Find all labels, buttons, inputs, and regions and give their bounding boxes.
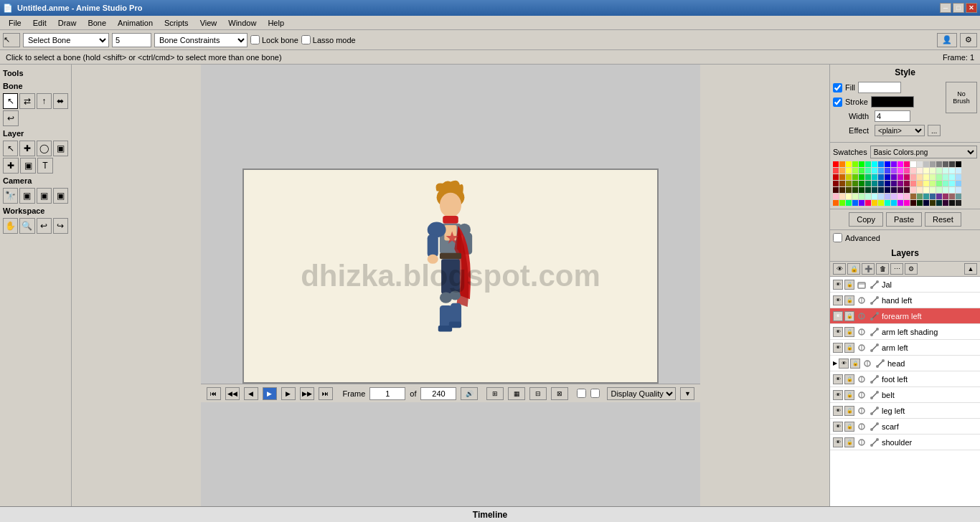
select-bone-dropdown[interactable]: Select Bone [23, 33, 109, 47]
color-cell[interactable] [839, 200, 845, 206]
user-icon-button[interactable]: 👤 [937, 33, 957, 47]
color-cell[interactable] [833, 187, 839, 193]
layer-item[interactable]: 👁🔒hand left [830, 293, 980, 308]
color-cell[interactable] [943, 174, 948, 180]
minimize-button[interactable]: ─ [940, 3, 951, 13]
color-cell[interactable] [872, 174, 877, 180]
color-cell[interactable] [859, 161, 864, 167]
layer-item[interactable]: 👁🔒forearm left [830, 308, 980, 324]
color-cell[interactable] [839, 194, 845, 199]
layer-transform-tool[interactable]: ◯ [37, 141, 52, 156]
color-cell[interactable] [865, 161, 871, 167]
layer-add-tool[interactable]: ✚ [19, 141, 34, 156]
color-cell[interactable] [949, 194, 955, 199]
color-cell[interactable] [878, 161, 884, 167]
layers-tool-2[interactable]: 🔒 [847, 263, 860, 275]
color-cell[interactable] [956, 174, 961, 180]
display-quality-select[interactable]: Display Quality [607, 387, 676, 400]
color-cell[interactable] [839, 161, 845, 167]
workspace-zoom-tool[interactable]: 🔍 [19, 218, 34, 234]
prev-keyframe-button[interactable]: ◀◀ [225, 387, 240, 400]
color-cell[interactable] [885, 174, 890, 180]
color-cell[interactable] [833, 174, 839, 180]
color-cell[interactable] [865, 200, 871, 206]
bone-transform-tool[interactable]: ⇄ [19, 93, 34, 109]
layer-lock-button[interactable]: 🔒 [844, 422, 854, 432]
color-cell[interactable] [865, 168, 871, 174]
layer-rotate-tool[interactable]: ▣ [20, 158, 36, 174]
color-cell[interactable] [859, 168, 864, 174]
color-cell[interactable] [949, 168, 955, 174]
color-cell[interactable] [846, 194, 852, 199]
color-cell[interactable] [930, 194, 936, 199]
color-cell[interactable] [859, 187, 864, 193]
color-cell[interactable] [839, 168, 845, 174]
color-cell[interactable] [917, 200, 923, 206]
menu-view[interactable]: View [194, 17, 223, 29]
layer-eye-button[interactable]: 👁 [839, 359, 849, 369]
color-cell[interactable] [859, 200, 864, 206]
color-cell[interactable] [943, 194, 948, 199]
layers-tool-3[interactable]: ➕ [862, 263, 875, 275]
camera-tool3[interactable]: ▣ [37, 188, 52, 204]
color-cell[interactable] [956, 168, 961, 174]
layer-lock-button[interactable]: 🔒 [844, 280, 854, 290]
color-cell[interactable] [904, 181, 910, 186]
view-mode-4[interactable]: ⊠ [551, 387, 568, 400]
color-cell[interactable] [956, 161, 961, 167]
color-cell[interactable] [897, 187, 903, 193]
layer-text-tool[interactable]: T [37, 158, 53, 174]
advanced-checkbox[interactable] [833, 233, 842, 242]
menu-draw[interactable]: Draw [52, 17, 83, 29]
color-cell[interactable] [910, 161, 916, 167]
layer-lock-button[interactable]: 🔒 [844, 311, 854, 321]
color-cell[interactable] [936, 168, 942, 174]
color-cell[interactable] [936, 181, 942, 186]
camera-tool4[interactable]: ▣ [53, 188, 68, 204]
color-cell[interactable] [949, 181, 955, 186]
layer-eye-button[interactable]: 👁 [833, 280, 843, 290]
color-cell[interactable] [865, 174, 871, 180]
color-cell[interactable] [956, 200, 961, 206]
color-cell[interactable] [923, 161, 929, 167]
next-frame-button[interactable]: ▶ [281, 387, 296, 400]
color-cell[interactable] [852, 187, 858, 193]
layers-tool-delete[interactable]: 🗑 [876, 263, 889, 275]
color-cell[interactable] [910, 187, 916, 193]
cursor-tool-button[interactable]: ↖ [3, 33, 20, 47]
layer-lock-button[interactable]: 🔒 [844, 327, 854, 337]
color-cell[interactable] [897, 168, 903, 174]
color-cell[interactable] [930, 161, 936, 167]
color-cell[interactable] [885, 168, 890, 174]
current-frame-input[interactable] [369, 387, 405, 400]
layer-eye-button[interactable]: 👁 [833, 295, 843, 305]
color-cell[interactable] [943, 181, 948, 186]
color-cell[interactable] [839, 181, 845, 186]
color-cell[interactable] [923, 194, 929, 199]
layer-fill-tool[interactable]: ▣ [53, 141, 68, 156]
view-mode-2[interactable]: ▦ [508, 387, 525, 400]
color-cell[interactable] [930, 174, 936, 180]
layer-lock-button[interactable]: 🔒 [844, 343, 854, 353]
layer-item[interactable]: 👁🔒arm left shading [830, 324, 980, 340]
color-cell[interactable] [872, 168, 877, 174]
color-cell[interactable] [885, 194, 890, 199]
color-cell[interactable] [923, 174, 929, 180]
layer-item[interactable]: 👁🔒Jal [830, 277, 980, 293]
color-cell[interactable] [872, 200, 877, 206]
color-cell[interactable] [852, 161, 858, 167]
swatches-preset-select[interactable]: Basic Colors.png [870, 146, 977, 158]
color-cell[interactable] [833, 194, 839, 199]
layer-eye-button[interactable]: 👁 [833, 343, 843, 353]
color-cell[interactable] [917, 194, 923, 199]
menu-bone[interactable]: Bone [82, 17, 112, 29]
color-cell[interactable] [891, 181, 897, 186]
color-cell[interactable] [917, 174, 923, 180]
lock-bone-checkbox[interactable] [250, 35, 260, 44]
color-cell[interactable] [897, 161, 903, 167]
color-cell[interactable] [891, 187, 897, 193]
layer-item[interactable]: ▶👁🔒head [830, 356, 980, 371]
color-cell[interactable] [878, 181, 884, 186]
workspace-redo-tool[interactable]: ↪ [53, 218, 68, 234]
layer-item[interactable]: 👁🔒arm left [830, 340, 980, 356]
